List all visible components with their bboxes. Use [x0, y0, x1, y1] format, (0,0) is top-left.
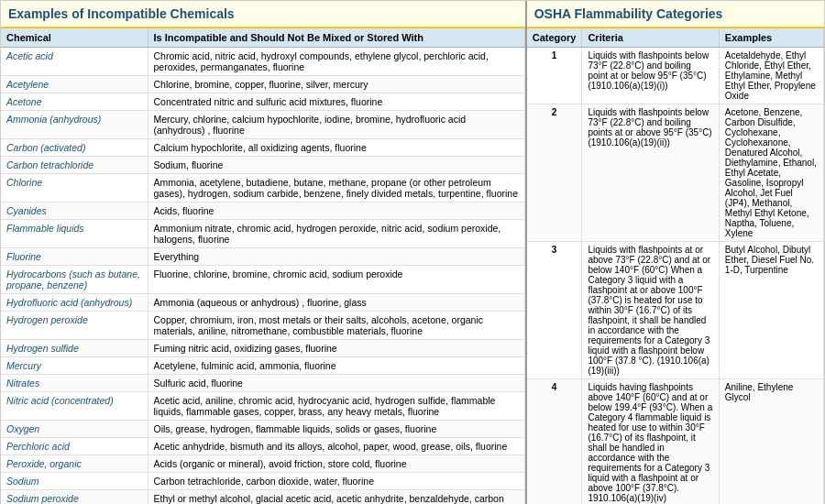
- incompatible-with: Sodium, fluorine: [148, 157, 524, 174]
- table-row: Flammable liquidsAmmonium nitrate, chrom…: [1, 220, 524, 248]
- chemical-name: Cyanides: [1, 203, 148, 220]
- table-row: Hydrogen sulfideFuming nitric acid, oxid…: [1, 340, 524, 357]
- incompatible-with: Fuming nitric acid, oxidizing gases, flu…: [148, 340, 524, 357]
- table-row: Hydrofluoric acid (anhydrous)Ammonia (aq…: [1, 294, 524, 312]
- incompatible-with: Everything: [148, 248, 524, 266]
- table-row: FluorineEverything: [1, 248, 524, 266]
- incompatible-with: Ethyl or methyl alcohol, glacial acetic …: [148, 490, 524, 505]
- table-row: 3Liquids with flashpoints at or above 73…: [527, 242, 824, 379]
- incompatible-with: Acids, fluorine: [148, 203, 524, 220]
- incompatible-with: Acids (organic or mineral), avoid fricti…: [148, 455, 524, 473]
- category-number: 2: [527, 104, 582, 242]
- incompatible-with: Chromic acid, nitric acid, hydroxyl comp…: [148, 48, 524, 76]
- right-table-header-row: Category Criteria Examples: [527, 28, 824, 48]
- table-row: MercuryAcetylene, fulminic acid, ammonia…: [1, 357, 524, 375]
- chemical-name: Hydrofluoric acid (anhydrous): [1, 294, 148, 312]
- incompatible-with: Ammonia (aqueous or anhydrous) , fluorin…: [148, 294, 524, 312]
- right-col1-header: Category: [527, 28, 582, 48]
- category-number: 3: [527, 242, 582, 379]
- chemical-name: Nitrates: [1, 375, 148, 392]
- chemical-name: Ammonia (anhydrous): [1, 111, 148, 139]
- incompatible-with: Acetylene, fulminic acid, ammonia, fluor…: [148, 357, 524, 375]
- category-examples: Butyl Alcohol, Dibutyl Ether, Diesel Fue…: [719, 242, 823, 379]
- incompatible-with: Calcium hypochlorite, all oxidizing agen…: [148, 139, 524, 157]
- left-section: Examples of Incompatible Chemicals Chemi…: [1, 1, 527, 504]
- table-row: 4Liquids having flashpoints above 140°F …: [527, 379, 824, 505]
- right-header: OSHA Flammability Categories: [527, 1, 824, 28]
- chemical-name: Fluorine: [1, 248, 148, 266]
- left-table-header-row: Chemical Is Incompatible and Should Not …: [1, 28, 524, 48]
- incompatible-with: Concentrated nitric and sulfuric acid mi…: [148, 93, 524, 111]
- table-row: Peroxide, organicAcids (organic or miner…: [1, 455, 524, 473]
- chemical-name: Acetic acid: [1, 48, 148, 76]
- table-row: 2Liquids with flashpoints below 73°F (22…: [527, 104, 824, 242]
- category-examples: Acetaldehyde, Ethyl Chloride, Ethyl Ethe…: [719, 48, 823, 104]
- chemical-name: Carbon tetrachloride: [1, 157, 148, 174]
- table-row: AcetyleneChlorine, bromine, copper, fluo…: [1, 76, 524, 93]
- incompatible-chemicals-table: Chemical Is Incompatible and Should Not …: [1, 28, 525, 504]
- table-row: Sodium peroxideEthyl or methyl alcohol, …: [1, 490, 524, 505]
- table-row: Acetic acidChromic acid, nitric acid, hy…: [1, 48, 524, 76]
- chemical-name: Hydrocarbons (such as butane, propane, b…: [1, 266, 148, 294]
- table-row: 1Liquids with flashpoints below 73°F (22…: [527, 48, 824, 104]
- category-criteria: Liquids having flashpoints above 140°F (…: [582, 379, 719, 505]
- incompatible-with: Sulfuric acid, fluorine: [148, 375, 524, 392]
- main-container: Examples of Incompatible Chemicals Chemi…: [0, 0, 825, 504]
- chemical-name: Acetone: [1, 93, 148, 111]
- incompatible-with: Oils, grease, hydrogen, flammable liquid…: [148, 421, 524, 438]
- chemical-name: Peroxide, organic: [1, 455, 148, 473]
- table-row: NitratesSulfuric acid, fluorine: [1, 375, 524, 392]
- table-row: AcetoneConcentrated nitric and sulfuric …: [1, 93, 524, 111]
- category-number: 1: [527, 48, 582, 104]
- chemical-name: Acetylene: [1, 76, 148, 93]
- right-title: OSHA Flammability Categories: [534, 6, 723, 21]
- table-row: Hydrocarbons (such as butane, propane, b…: [1, 266, 524, 294]
- incompatible-with: Copper, chromium, iron, most metals or t…: [148, 312, 524, 340]
- category-examples: Acetone, Benzene, Carbon Disulfide, Cycl…: [719, 104, 823, 242]
- table-row: CyanidesAcids, fluorine: [1, 203, 524, 220]
- category-examples: Aniline, Ethylene Glycol: [719, 379, 823, 505]
- category-criteria: Liquids with flashpoints below 73°F (22.…: [582, 104, 719, 242]
- chemical-name: Sodium peroxide: [1, 490, 148, 505]
- category-criteria: Liquids with flashpoints at or above 73°…: [582, 242, 719, 379]
- chemical-name: Chlorine: [1, 174, 148, 203]
- flammability-categories-table: Category Criteria Examples 1Liquids with…: [527, 28, 824, 504]
- incompatible-with: Acetic acid, aniline, chromic acid, hydr…: [148, 392, 524, 421]
- right-col3-header: Examples: [719, 28, 823, 48]
- chemical-name: Hydrogen sulfide: [1, 340, 148, 357]
- incompatible-with: Chlorine, bromine, copper, fluorine, sil…: [148, 76, 524, 93]
- incompatible-with: Fluorine, chlorine, bromine, chromic aci…: [148, 266, 524, 294]
- table-row: SodiumCarbon tetrachloride, carbon dioxi…: [1, 473, 524, 490]
- table-row: Nitric acid (concentrated)Acetic acid, a…: [1, 392, 524, 421]
- table-row: Ammonia (anhydrous)Mercury, chlorine, ca…: [1, 111, 524, 139]
- table-row: Carbon tetrachlorideSodium, fluorine: [1, 157, 524, 174]
- chemical-name: Mercury: [1, 357, 148, 375]
- chemical-name: Carbon (activated): [1, 139, 148, 157]
- table-row: Hydrogen peroxideCopper, chromium, iron,…: [1, 312, 524, 340]
- category-number: 4: [527, 379, 582, 505]
- chemical-name: Nitric acid (concentrated): [1, 392, 148, 421]
- category-criteria: Liquids with flashpoints below 73°F (22.…: [582, 48, 719, 104]
- table-row: Perchloric acidAcetic anhydride, bismuth…: [1, 438, 524, 455]
- right-section: OSHA Flammability Categories Category Cr…: [527, 1, 824, 504]
- left-title: Examples of Incompatible Chemicals: [8, 6, 235, 21]
- right-col2-header: Criteria: [582, 28, 719, 48]
- incompatible-with: Ammonia, acetylene, butadiene, butane, m…: [148, 174, 524, 203]
- incompatible-with: Ammonium nitrate, chromic acid, hydrogen…: [148, 220, 524, 248]
- chemical-name: Sodium: [1, 473, 148, 490]
- table-row: OxygenOils, grease, hydrogen, flammable …: [1, 421, 524, 438]
- incompatible-with: Acetic anhydride, bismuth and its alloys…: [148, 438, 524, 455]
- chemical-name: Flammable liquids: [1, 220, 148, 248]
- chemical-name: Oxygen: [1, 421, 148, 438]
- left-col1-header: Chemical: [1, 28, 148, 48]
- chemical-name: Hydrogen peroxide: [1, 312, 148, 340]
- incompatible-with: Carbon tetrachloride, carbon dioxide, wa…: [148, 473, 524, 490]
- table-row: Carbon (activated)Calcium hypochlorite, …: [1, 139, 524, 157]
- left-col2-header: Is Incompatible and Should Not Be Mixed …: [148, 28, 524, 48]
- left-header: Examples of Incompatible Chemicals: [1, 1, 525, 28]
- incompatible-with: Mercury, chlorine, calcium hypochlorite,…: [148, 111, 524, 139]
- chemical-name: Perchloric acid: [1, 438, 148, 455]
- table-row: ChlorineAmmonia, acetylene, butadiene, b…: [1, 174, 524, 203]
